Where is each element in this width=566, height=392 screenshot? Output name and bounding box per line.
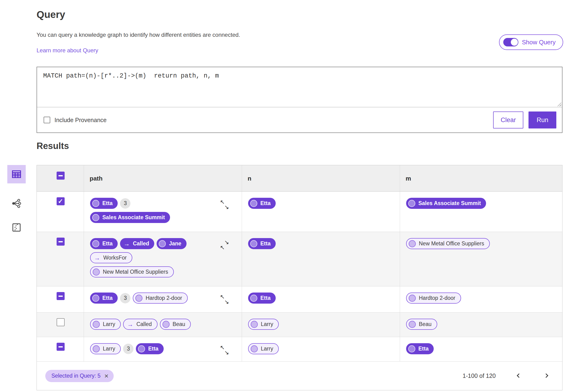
collapse-path-icon[interactable]: ↘↖ <box>220 239 229 250</box>
edge-pill[interactable]: →Called <box>123 319 157 330</box>
edge-arrow-icon: → <box>94 255 100 261</box>
pill-label: Hardtop 2-door <box>419 295 455 301</box>
node-circle-icon <box>409 321 416 328</box>
node-pill[interactable]: Larry <box>248 343 279 354</box>
node-pill[interactable]: Beau <box>406 319 437 330</box>
pagination: 1-100 of 120 <box>463 372 550 380</box>
node-circle-icon <box>135 295 142 302</box>
next-page-button[interactable] <box>542 372 550 380</box>
row-checkbox[interactable] <box>57 292 65 300</box>
node-circle-icon <box>93 321 100 328</box>
expand-path-icon[interactable]: ↖↘ <box>220 294 229 305</box>
run-button[interactable]: Run <box>528 112 556 128</box>
node-circle-icon <box>408 200 415 207</box>
path-pill-line: Larry→CalledBeau <box>90 319 236 330</box>
show-query-toggle-button[interactable]: Show Query <box>499 34 563 50</box>
node-pill[interactable]: Larry <box>248 319 279 330</box>
row-select-cell <box>37 337 84 361</box>
pill-label: WorksFor <box>103 254 127 261</box>
table-body: ✓Etta3Sales Associate Summit↖↘EttaSales … <box>37 192 562 361</box>
node-circle-icon <box>93 345 100 352</box>
select-all-checkbox[interactable] <box>57 172 65 180</box>
learn-more-link[interactable]: Learn more about Query <box>37 47 98 54</box>
prev-page-button[interactable] <box>515 372 523 380</box>
row-checkbox[interactable]: ✓ <box>57 197 65 205</box>
pill-label: Etta <box>260 200 270 207</box>
node-pill[interactable]: Hardtop 2-door <box>406 293 461 304</box>
node-circle-icon <box>250 295 257 302</box>
node-pill[interactable]: Sales Associate Summit <box>90 212 170 223</box>
path-pill-line: New Metal Office Suppliers <box>90 266 236 278</box>
node-pill[interactable]: New Metal Office Suppliers <box>90 266 174 278</box>
node-pill[interactable]: Hardtop 2-door <box>133 293 188 304</box>
row-select-cell <box>37 286 84 312</box>
table-view-icon <box>11 169 22 180</box>
query-input[interactable]: MATCH path=(n)-[r*..2]->(m) return path,… <box>37 67 562 107</box>
graph-view-button[interactable] <box>7 194 26 213</box>
results-table: path n m ✓Etta3Sales Associate Summit↖↘E… <box>37 165 562 361</box>
node-circle-icon <box>250 240 257 247</box>
pill-label: New Metal Office Suppliers <box>103 269 168 275</box>
n-cell: Etta <box>242 232 400 286</box>
row-select-cell: ✓ <box>37 192 84 232</box>
node-pill[interactable]: Larry <box>90 319 121 330</box>
expand-path-icon[interactable]: ↖↘ <box>220 345 229 355</box>
path-cell: Etta3Sales Associate Summit↖↘ <box>84 192 242 232</box>
node-pill[interactable]: Etta <box>90 293 118 304</box>
query-editor-box: MATCH path=(n)-[r*..2]->(m) return path,… <box>37 67 563 133</box>
expand-path-icon[interactable]: ↖↘ <box>220 199 229 210</box>
node-pill[interactable]: Larry <box>90 343 121 354</box>
pill-label: Larry <box>261 321 273 327</box>
node-pill[interactable]: Etta <box>248 293 276 304</box>
chip-dismiss-icon[interactable]: × <box>104 372 109 379</box>
n-cell: Etta <box>242 286 400 312</box>
column-header-n: n <box>242 165 400 191</box>
include-provenance-label: Include Provenance <box>55 117 107 124</box>
diag-arrow-icon: ↘ <box>224 299 229 305</box>
node-pill[interactable]: Etta <box>90 238 118 249</box>
edge-pill[interactable]: →Called <box>120 238 154 249</box>
path-pill-line: Etta3Hardtop 2-door <box>90 293 236 304</box>
diag-arrow-icon: ↘ <box>224 204 229 210</box>
pill-label: Etta <box>260 240 270 247</box>
node-pill[interactable]: Etta <box>136 343 163 354</box>
row-checkbox[interactable] <box>57 343 65 351</box>
show-query-label: Show Query <box>522 39 556 46</box>
n-cell: Larry <box>242 337 400 361</box>
pill-label: Larry <box>103 346 115 352</box>
toggle-on-icon[interactable] <box>503 38 518 46</box>
results-title: Results <box>37 141 69 151</box>
row-checkbox[interactable] <box>57 318 65 326</box>
edge-arrow-icon: → <box>127 321 133 327</box>
row-checkbox[interactable] <box>57 238 65 246</box>
chevron-left-icon <box>517 373 521 378</box>
node-pill[interactable]: Beau <box>160 319 191 330</box>
node-circle-icon <box>250 200 257 207</box>
node-pill[interactable]: New Metal Office Suppliers <box>406 238 490 249</box>
include-provenance-checkbox[interactable] <box>44 117 50 123</box>
node-circle-icon <box>251 321 258 328</box>
chevron-right-icon <box>544 373 548 378</box>
edge-pill[interactable]: →WorksFor <box>90 252 132 263</box>
map-view-button[interactable] <box>7 218 26 237</box>
query-editor-footer: Include Provenance Clear Run <box>37 107 562 133</box>
clear-button[interactable]: Clear <box>493 112 524 128</box>
table-view-button[interactable] <box>7 165 26 183</box>
m-cell: Sales Associate Summit <box>400 192 562 232</box>
node-pill[interactable]: Etta <box>248 238 276 249</box>
selected-in-query-chip[interactable]: Selected in Query: 5 × <box>45 370 114 382</box>
column-header-path: path <box>84 165 242 191</box>
node-pill[interactable]: Etta <box>248 198 276 209</box>
node-circle-icon <box>409 240 416 247</box>
select-all-cell <box>37 165 84 191</box>
node-pill[interactable]: Jane <box>156 238 186 249</box>
node-pill[interactable]: Etta <box>406 343 434 354</box>
pill-label: Called <box>133 240 149 247</box>
m-cell: New Metal Office Suppliers <box>400 232 562 286</box>
pill-label: Etta <box>418 346 428 352</box>
node-pill[interactable]: Etta <box>90 198 118 209</box>
pill-label: Etta <box>102 240 113 247</box>
path-cell: Etta→CalledJane→WorksForNew Metal Office… <box>84 232 242 286</box>
results-footer: Selected in Query: 5 × 1-100 of 120 <box>37 361 562 390</box>
node-pill[interactable]: Sales Associate Summit <box>406 198 486 209</box>
